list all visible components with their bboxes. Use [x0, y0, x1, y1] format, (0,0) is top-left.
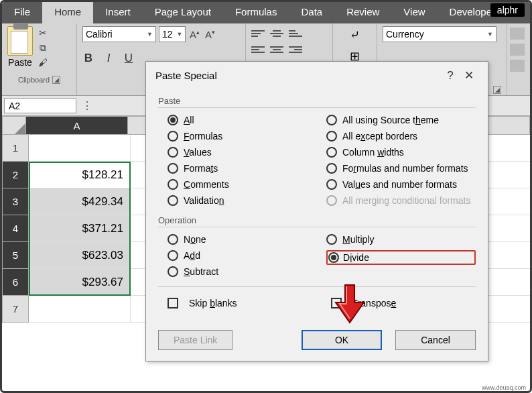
radio-comments[interactable]: Comments	[168, 179, 317, 190]
copy-icon[interactable]: ⧉	[37, 42, 49, 54]
radio-theme[interactable]: All using Source theme	[326, 115, 476, 125]
wrap-text-icon[interactable]: ⤶	[350, 27, 360, 42]
row-header-3[interactable]: 3	[2, 188, 29, 215]
radio-formats[interactable]: Formats	[168, 163, 317, 174]
dialog-help-icon[interactable]: ?	[441, 69, 460, 82]
tab-home[interactable]: Home	[42, 2, 93, 23]
clipboard-group-label: Clipboard	[18, 76, 50, 84]
dialog-close-icon[interactable]: ✕	[460, 68, 478, 82]
ribbon-icon-2[interactable]	[510, 44, 525, 56]
align-top-icon[interactable]	[251, 29, 265, 41]
paste-link-button: Paste Link	[158, 330, 232, 350]
paste-icon[interactable]	[7, 26, 33, 56]
number-format-combo[interactable]: Currency▼	[383, 26, 496, 42]
grow-font-icon[interactable]: A▴	[188, 29, 201, 40]
radio-borders[interactable]: All except borders	[326, 131, 476, 142]
cell-a7[interactable]	[29, 296, 131, 323]
watermark: alphr	[490, 3, 525, 17]
ribbon-icon-3[interactable]	[510, 60, 525, 72]
align-right-icon[interactable]	[289, 45, 302, 57]
ok-button[interactable]: OK	[302, 330, 382, 350]
transpose-checkbox[interactable]: Transpose	[331, 298, 397, 308]
paste-group-label: Paste	[158, 96, 476, 106]
tab-formulas[interactable]: Formulas	[223, 2, 289, 23]
radio-merge: All merging conditional formats	[326, 195, 476, 206]
radio-none[interactable]: None	[168, 234, 317, 245]
align-middle-icon[interactable]	[270, 29, 283, 41]
italic-button[interactable]: I	[103, 52, 115, 65]
font-size-combo[interactable]: 12▼	[159, 26, 186, 42]
align-left-icon[interactable]	[251, 45, 265, 57]
operation-group-label: Operation	[158, 215, 476, 225]
paste-special-dialog: Paste Special ? ✕ Paste AllFormulasValue…	[145, 61, 488, 361]
paste-button[interactable]: Paste	[8, 57, 32, 68]
row-header-5[interactable]: 5	[2, 242, 29, 269]
cell-a1[interactable]	[29, 135, 131, 162]
cell-a4[interactable]: $371.21	[29, 215, 131, 242]
col-header-a[interactable]: A	[26, 116, 128, 135]
format-painter-icon[interactable]: 🖌	[37, 57, 49, 69]
cancel-button[interactable]: Cancel	[395, 330, 476, 350]
row-header-2[interactable]: 2	[2, 162, 29, 188]
bold-button[interactable]: B	[82, 52, 94, 65]
cell-a2[interactable]: $128.21	[29, 162, 131, 188]
namebox-dropdown-icon[interactable]: ⋮	[78, 96, 96, 115]
cell-a3[interactable]: $429.34	[29, 188, 131, 215]
number-launcher-icon[interactable]: ◢	[493, 86, 501, 94]
radio-sub[interactable]: Subtract	[168, 266, 317, 277]
ribbon-icon-1[interactable]	[510, 27, 525, 40]
dialog-title: Paste Special	[155, 70, 217, 81]
cell-a6[interactable]: $293.67	[29, 269, 131, 296]
radio-widths[interactable]: Column widths	[326, 147, 476, 158]
skip-blanks-checkbox[interactable]: Skip blanks	[168, 298, 237, 308]
font-name-combo[interactable]: Calibri▼	[82, 26, 156, 42]
select-all-corner[interactable]	[2, 116, 26, 135]
radio-vnum[interactable]: Values and number formats	[326, 179, 476, 190]
tab-insert[interactable]: Insert	[93, 2, 143, 23]
underline-button[interactable]: U	[123, 52, 135, 65]
radio-add[interactable]: Add	[168, 250, 317, 261]
name-box[interactable]	[4, 98, 76, 113]
clipboard-launcher-icon[interactable]: ◢	[52, 76, 60, 84]
shrink-font-icon[interactable]: A▾	[204, 29, 216, 40]
radio-formulas[interactable]: Formulas	[168, 131, 317, 142]
tab-view[interactable]: View	[391, 2, 437, 23]
radio-all[interactable]: All	[168, 115, 317, 125]
align-center-icon[interactable]	[270, 45, 283, 57]
bottom-watermark: www.deuaq.com	[482, 384, 526, 391]
radio-div[interactable]: Divide	[326, 250, 476, 265]
tab-page-layout[interactable]: Page Layout	[143, 2, 223, 23]
radio-fnum[interactable]: Formulas and number formats	[326, 163, 476, 174]
ribbon-tabs: File Home Insert Page Layout Formulas Da…	[2, 2, 530, 23]
row-header-1[interactable]: 1	[2, 135, 29, 162]
tab-file[interactable]: File	[2, 2, 42, 23]
cut-icon[interactable]: ✂	[37, 27, 49, 40]
tab-data[interactable]: Data	[289, 2, 334, 23]
row-header-7[interactable]: 7	[2, 296, 29, 323]
row-header-4[interactable]: 4	[2, 215, 29, 242]
align-bottom-icon[interactable]	[289, 29, 302, 41]
radio-mul[interactable]: Multiply	[326, 234, 476, 245]
row-header-6[interactable]: 6	[2, 269, 29, 296]
radio-validation[interactable]: Validation	[168, 195, 317, 206]
radio-values[interactable]: Values	[168, 147, 317, 158]
tab-review[interactable]: Review	[334, 2, 391, 23]
cell-a5[interactable]: $623.03	[29, 242, 131, 269]
